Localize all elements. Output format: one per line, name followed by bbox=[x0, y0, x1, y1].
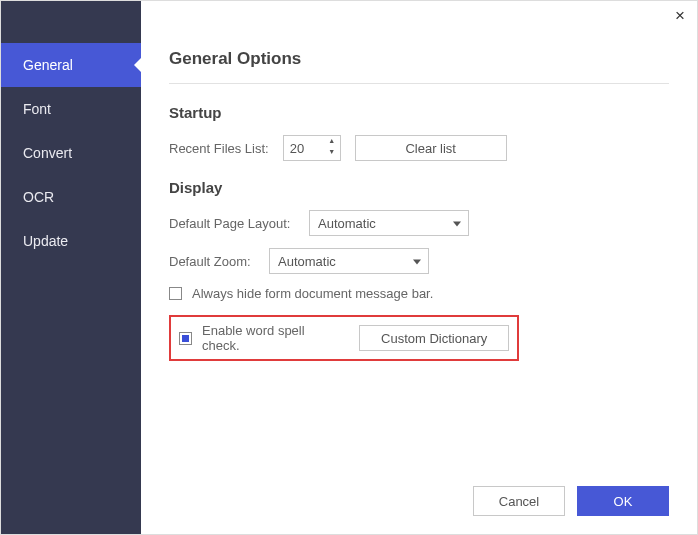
main-panel: General Options Startup Recent Files Lis… bbox=[141, 1, 697, 534]
section-display: Display bbox=[169, 179, 669, 196]
dialog-footer: Cancel OK bbox=[169, 476, 669, 516]
layout-select-value: Automatic bbox=[318, 216, 376, 231]
sidebar-item-ocr[interactable]: OCR bbox=[1, 175, 141, 219]
sidebar-item-label: OCR bbox=[23, 189, 54, 205]
hide-bar-checkbox[interactable] bbox=[169, 287, 182, 300]
sidebar-item-label: Convert bbox=[23, 145, 72, 161]
recent-files-label: Recent Files List: bbox=[169, 141, 269, 156]
cancel-button[interactable]: Cancel bbox=[473, 486, 565, 516]
sidebar-item-general[interactable]: General bbox=[1, 43, 141, 87]
recent-files-input-wrap: ▲ ▼ bbox=[283, 135, 341, 161]
zoom-select[interactable]: Automatic bbox=[269, 248, 429, 274]
clear-list-button[interactable]: Clear list bbox=[355, 135, 507, 161]
divider bbox=[169, 83, 669, 84]
options-dialog: × General Font Convert OCR Update Genera… bbox=[0, 0, 698, 535]
custom-dictionary-button[interactable]: Custom Dictionary bbox=[359, 325, 509, 351]
section-startup: Startup bbox=[169, 104, 669, 121]
spinner-down-icon[interactable]: ▼ bbox=[325, 148, 339, 159]
close-icon[interactable]: × bbox=[675, 7, 685, 24]
sidebar-item-label: Update bbox=[23, 233, 68, 249]
sidebar-item-convert[interactable]: Convert bbox=[1, 131, 141, 175]
sidebar-item-font[interactable]: Font bbox=[1, 87, 141, 131]
layout-select[interactable]: Automatic bbox=[309, 210, 469, 236]
spell-check-highlight: Enable word spell check. Custom Dictiona… bbox=[169, 315, 519, 361]
spinner-up-icon[interactable]: ▲ bbox=[325, 137, 339, 148]
layout-label: Default Page Layout: bbox=[169, 216, 309, 231]
sidebar-item-label: Font bbox=[23, 101, 51, 117]
spell-check-checkbox[interactable] bbox=[179, 332, 192, 345]
hide-bar-label: Always hide form document message bar. bbox=[192, 286, 433, 301]
sidebar-item-label: General bbox=[23, 57, 73, 73]
zoom-select-value: Automatic bbox=[278, 254, 336, 269]
spell-check-label: Enable word spell check. bbox=[202, 323, 345, 353]
ok-button[interactable]: OK bbox=[577, 486, 669, 516]
page-title: General Options bbox=[169, 49, 669, 69]
zoom-label: Default Zoom: bbox=[169, 254, 269, 269]
sidebar-item-update[interactable]: Update bbox=[1, 219, 141, 263]
sidebar: General Font Convert OCR Update bbox=[1, 1, 141, 534]
